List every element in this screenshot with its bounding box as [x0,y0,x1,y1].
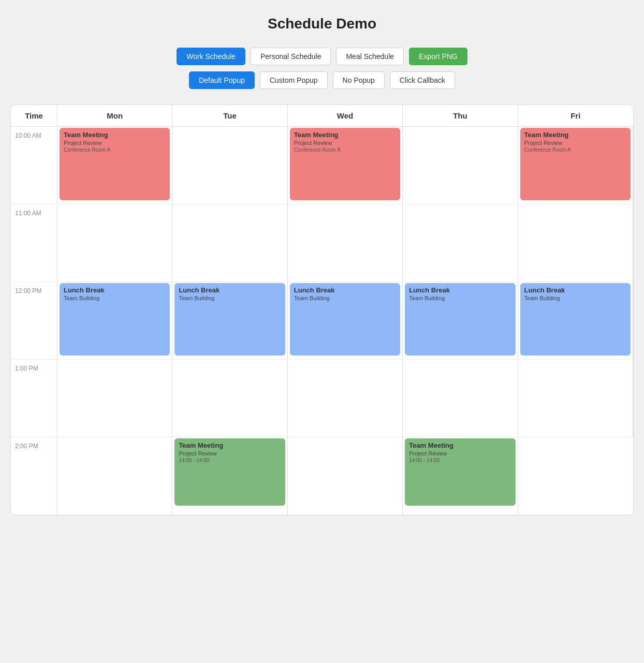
tab-click-callback[interactable]: Click Callback [390,71,455,89]
day-cell-row1-tue [172,204,287,282]
event-subtitle: Project Review [409,450,511,456]
event-title: Team Meeting [524,131,626,139]
day-cell-row3-thu [403,360,518,437]
event-block-row0-fri[interactable]: Team MeetingProject ReviewConference Roo… [520,128,631,200]
day-cell-row3-mon [57,360,172,437]
header-wed: Wed [288,105,403,127]
time-label-1: 11:00 AM [11,204,57,282]
header-tue: Tue [172,105,287,127]
event-block-row2-tue[interactable]: Lunch BreakTeam Building [174,283,285,356]
day-cell-row1-mon [57,204,172,282]
event-block-row2-wed[interactable]: Lunch BreakTeam Building [290,283,400,356]
event-subtitle: Project Review [524,140,626,146]
day-cell-row4-wed [288,437,403,515]
event-subtitle: Team Building [64,295,166,301]
day-cell-row0-fri[interactable]: Team MeetingProject ReviewConference Roo… [518,127,633,204]
event-block-row0-wed[interactable]: Team MeetingProject ReviewConference Roo… [290,128,400,200]
event-title: Lunch Break [409,286,511,294]
event-location: Conference Room A [64,147,166,153]
event-subtitle: Team Building [294,295,396,301]
tab-default-popup[interactable]: Default Popup [189,71,255,89]
event-subtitle: Project Review [64,140,166,146]
header-thu: Thu [403,105,518,127]
time-label-3: 1:00 PM [11,360,57,437]
tab-work-schedule[interactable]: Work Schedule [177,48,245,65]
page-title: Schedule Demo [10,16,634,32]
day-cell-row4-fri [518,437,633,515]
event-title: Team Meeting [64,131,166,139]
event-location: 14:00 - 14:50 [179,458,281,463]
day-cell-row4-mon [57,437,172,515]
header-fri: Fri [518,105,633,127]
event-block-row4-thu[interactable]: Team MeetingProject Review14:00 - 14:50 [405,438,515,506]
day-cell-row3-fri [518,360,633,437]
day-cell-row0-tue [172,127,287,204]
controls: Work Schedule Personal Schedule Meal Sch… [10,48,634,89]
event-block-row2-mon[interactable]: Lunch BreakTeam Building [60,283,170,356]
export-png-button[interactable]: Export PNG [409,48,467,65]
tab-no-popup[interactable]: No Popup [333,71,385,89]
event-title: Lunch Break [294,286,396,294]
day-cell-row2-tue[interactable]: Lunch BreakTeam Building [172,282,287,360]
event-subtitle: Team Building [409,295,511,301]
day-cell-row2-mon[interactable]: Lunch BreakTeam Building [57,282,172,360]
event-subtitle: Team Building [524,295,626,301]
event-block-row2-fri[interactable]: Lunch BreakTeam Building [520,283,631,356]
event-title: Lunch Break [64,286,166,294]
tab-meal-schedule[interactable]: Meal Schedule [336,48,404,65]
calendar-grid: Time Mon Tue Wed Thu Fri [11,105,633,127]
tabs-row-1: Work Schedule Personal Schedule Meal Sch… [177,48,467,65]
tab-personal-schedule[interactable]: Personal Schedule [251,48,331,65]
event-subtitle: Project Review [179,450,281,456]
event-subtitle: Team Building [179,295,281,301]
time-label-2: 12:00 PM [11,282,57,360]
time-label-4: 2:00 PM [11,437,57,515]
calendar-body: 10:00 AMTeam MeetingProject ReviewConfer… [11,127,633,515]
time-label-0: 10:00 AM [11,127,57,204]
day-cell-row1-wed [288,204,403,282]
day-cell-row0-wed[interactable]: Team MeetingProject ReviewConference Roo… [288,127,403,204]
event-location: Conference Room A [524,147,626,153]
tabs-row-2: Default Popup Custom Popup No Popup Clic… [189,71,455,89]
day-cell-row2-thu[interactable]: Lunch BreakTeam Building [403,282,518,360]
day-cell-row1-fri [518,204,633,282]
day-cell-row2-wed[interactable]: Lunch BreakTeam Building [288,282,403,360]
event-title: Team Meeting [294,131,396,139]
day-cell-row4-tue[interactable]: Team MeetingProject Review14:00 - 14:50 [172,437,287,515]
tab-custom-popup[interactable]: Custom Popup [260,71,328,89]
event-block-row4-tue[interactable]: Team MeetingProject Review14:00 - 14:50 [174,438,285,506]
day-cell-row3-tue [172,360,287,437]
header-time: Time [11,105,57,127]
day-cell-row3-wed [288,360,403,437]
event-block-row2-thu[interactable]: Lunch BreakTeam Building [405,283,515,356]
day-cell-row0-thu [403,127,518,204]
event-location: 14:00 - 14:50 [409,458,511,463]
event-subtitle: Project Review [294,140,396,146]
day-cell-row4-thu[interactable]: Team MeetingProject Review14:00 - 14:50 [403,437,518,515]
day-cell-row1-thu [403,204,518,282]
day-cell-row0-mon[interactable]: Team MeetingProject ReviewConference Roo… [57,127,172,204]
event-title: Lunch Break [179,286,281,294]
event-title: Lunch Break [524,286,626,294]
event-title: Team Meeting [179,441,281,449]
header-mon: Mon [57,105,172,127]
event-block-row0-mon[interactable]: Team MeetingProject ReviewConference Roo… [60,128,170,200]
calendar-container: Time Mon Tue Wed Thu Fri 10:00 AMTeam Me… [10,105,634,515]
day-cell-row2-fri[interactable]: Lunch BreakTeam Building [518,282,633,360]
event-location: Conference Room A [294,147,396,153]
event-title: Team Meeting [409,441,511,449]
